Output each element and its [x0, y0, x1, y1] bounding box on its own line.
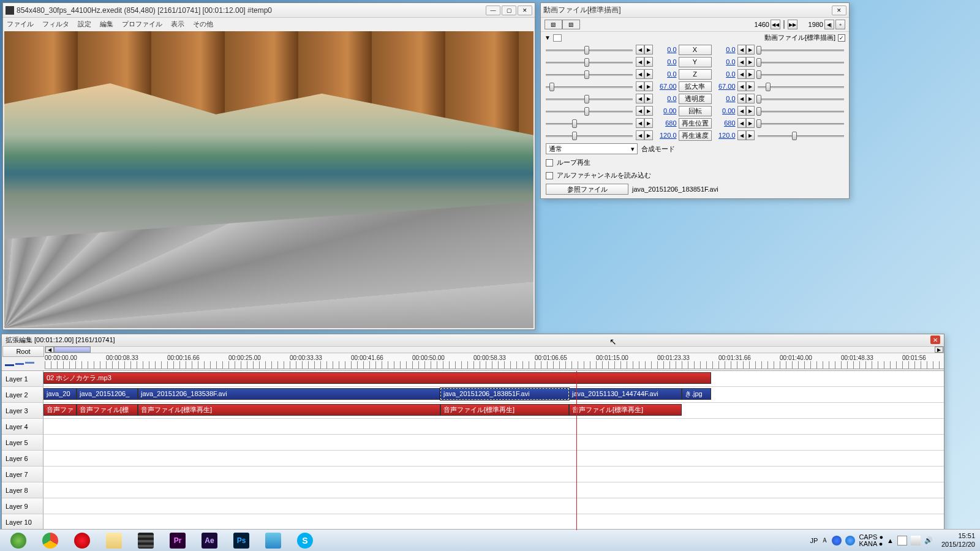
- param-step-left[interactable]: ◀▶: [636, 81, 653, 91]
- properties-close-button[interactable]: ✕: [832, 6, 846, 15]
- taskbar-app-icon[interactable]: [258, 531, 288, 550]
- timeline-ruler[interactable]: 00:00:00.0000:00:08.3300:00:16.6600:00:2…: [45, 353, 944, 369]
- param-slider-left[interactable]: [545, 56, 634, 67]
- menu-edit[interactable]: 編集: [100, 20, 113, 29]
- timeline-close-button[interactable]: ✕: [930, 335, 940, 344]
- scroll-right-icon[interactable]: ▶: [935, 347, 943, 353]
- param-slider-left[interactable]: [545, 130, 634, 141]
- timeline-clip[interactable]: 音声ファイル[標: [77, 404, 138, 416]
- timeline-clip[interactable]: java_20151130_144744F.avi: [569, 388, 682, 400]
- param-value-right[interactable]: 0.0: [714, 58, 736, 66]
- param-step-left[interactable]: ◀▶: [636, 45, 653, 54]
- param-slider-right[interactable]: [756, 44, 846, 55]
- layer-label[interactable]: Layer 3: [2, 403, 43, 419]
- timeline-clip[interactable]: 音声ファイル[標準再生]: [138, 404, 440, 416]
- timeline-track[interactable]: [43, 467, 944, 482]
- param-step-right[interactable]: ◀▶: [737, 45, 755, 54]
- timeline-track[interactable]: [43, 435, 944, 451]
- taskbar-explorer-icon[interactable]: [99, 531, 129, 550]
- tray-flag-icon[interactable]: [897, 536, 907, 545]
- layer-label[interactable]: Layer 7: [2, 467, 43, 482]
- param-value-right[interactable]: 0.00: [714, 107, 736, 114]
- param-label[interactable]: 回転: [679, 106, 712, 116]
- taskbar-opera-icon[interactable]: [67, 531, 97, 550]
- param-value-right[interactable]: 680: [714, 119, 736, 127]
- close-button[interactable]: ✕: [518, 6, 532, 15]
- menu-other[interactable]: その他: [193, 20, 213, 29]
- menu-settings[interactable]: 設定: [78, 20, 91, 29]
- layer-label[interactable]: Layer 2: [2, 387, 43, 403]
- param-step-left[interactable]: ◀▶: [636, 57, 653, 67]
- tray-help-icon[interactable]: [845, 536, 855, 545]
- param-slider-right[interactable]: [756, 130, 846, 141]
- param-slider-right[interactable]: [756, 105, 846, 116]
- maximize-button[interactable]: ▢: [502, 6, 516, 15]
- taskbar-chrome-icon[interactable]: [36, 531, 65, 550]
- param-value-left[interactable]: 0.0: [655, 95, 677, 102]
- param-step-right[interactable]: ◀▶: [737, 106, 755, 116]
- param-value-right[interactable]: 0.0: [714, 70, 736, 78]
- param-slider-right[interactable]: [756, 81, 846, 92]
- param-label[interactable]: 再生速度: [679, 130, 712, 141]
- timeline-clip[interactable]: 音声ファイル[標準再生]: [440, 404, 569, 416]
- param-value-left[interactable]: 0.0: [655, 46, 677, 53]
- param-label[interactable]: 拡大率: [679, 81, 712, 92]
- scroll-left-icon[interactable]: ◀: [45, 347, 54, 353]
- tray-clock[interactable]: 15:512015/12/20: [941, 532, 975, 548]
- param-slider-left[interactable]: [545, 44, 634, 55]
- menu-filter[interactable]: フィルタ: [42, 20, 69, 29]
- timeline-clip[interactable]: き.jpg: [682, 388, 711, 400]
- tray-volume-icon[interactable]: 🔊: [924, 536, 933, 544]
- preview-titlebar[interactable]: 854x480_30fps_44100Hz.exedit (854,480) […: [3, 3, 535, 18]
- timeline-clip[interactable]: 02 ホシノカケラ.mp3: [43, 372, 711, 384]
- loop-checkbox[interactable]: [546, 159, 553, 167]
- play-buttons[interactable]: ▨▨: [545, 20, 580, 29]
- link-icon[interactable]: [553, 34, 562, 42]
- param-value-left[interactable]: 67.00: [655, 83, 677, 90]
- param-step-left[interactable]: ◀▶: [636, 130, 653, 140]
- minimize-button[interactable]: —: [486, 6, 500, 15]
- param-step-right[interactable]: ◀▶: [737, 118, 755, 128]
- frame-start-value[interactable]: 1460: [745, 21, 769, 28]
- layer-label[interactable]: Layer 9: [2, 498, 43, 514]
- frame-jump-start[interactable]: ◀|: [824, 20, 834, 29]
- tray-caps-indicator[interactable]: CAPS ●KANA ●: [859, 534, 883, 547]
- timeline-clip[interactable]: java_20151206_183538F.avi: [138, 388, 440, 400]
- param-slider-right[interactable]: [756, 93, 846, 104]
- layer-label[interactable]: Layer 6: [2, 451, 43, 467]
- timeline-track[interactable]: 音声ファ音声ファイル[標音声ファイル[標準再生]音声ファイル[標準再生]音声ファ…: [43, 403, 944, 419]
- timeline-scrollbar[interactable]: ◀ ▶: [45, 346, 944, 353]
- taskbar-skype-icon[interactable]: S: [290, 531, 320, 550]
- timeline-track[interactable]: [43, 451, 944, 467]
- timeline-clip[interactable]: 音声ファイル[標準再生]: [569, 404, 682, 416]
- timeline-track[interactable]: [43, 419, 944, 435]
- frame-end-next[interactable]: ▶▶: [788, 20, 797, 29]
- param-label[interactable]: 再生位置: [679, 118, 712, 129]
- param-slider-left[interactable]: [545, 105, 634, 116]
- param-value-left[interactable]: 0.00: [655, 107, 677, 114]
- param-slider-right[interactable]: [756, 69, 846, 80]
- param-value-left[interactable]: 0.0: [655, 58, 677, 66]
- blend-mode-dropdown[interactable]: 通常: [546, 143, 638, 154]
- param-slider-left[interactable]: [545, 69, 634, 80]
- tray-ime-icon[interactable]: Ａ: [821, 536, 828, 545]
- taskbar-photoshop-icon[interactable]: Ps: [227, 531, 256, 550]
- param-value-right[interactable]: 0.0: [714, 46, 736, 53]
- enable-checkbox[interactable]: ✓: [838, 34, 845, 42]
- param-slider-right[interactable]: [756, 118, 846, 129]
- layer-label[interactable]: Layer 10: [2, 514, 43, 530]
- timeline-clip[interactable]: 音声ファ: [43, 404, 77, 416]
- timeline-track[interactable]: 02 ホシノカケラ.mp3: [43, 371, 944, 387]
- tray-network-icon[interactable]: [911, 536, 921, 545]
- param-step-right[interactable]: ◀▶: [737, 81, 755, 91]
- taskbar-aftereffects-icon[interactable]: Ae: [195, 531, 224, 550]
- timeline-clip[interactable]: java_20151206_: [77, 388, 138, 400]
- frame-add[interactable]: +: [835, 20, 845, 29]
- param-step-right[interactable]: ◀▶: [737, 130, 755, 140]
- timeline-clip[interactable]: java_20151206_183851F.avi: [440, 388, 569, 400]
- param-value-right[interactable]: 67.00: [714, 83, 736, 90]
- tray-sync-icon[interactable]: [832, 536, 842, 545]
- layer-label[interactable]: Layer 5: [2, 435, 43, 451]
- alpha-checkbox[interactable]: [546, 172, 553, 179]
- param-step-left[interactable]: ◀▶: [636, 94, 653, 103]
